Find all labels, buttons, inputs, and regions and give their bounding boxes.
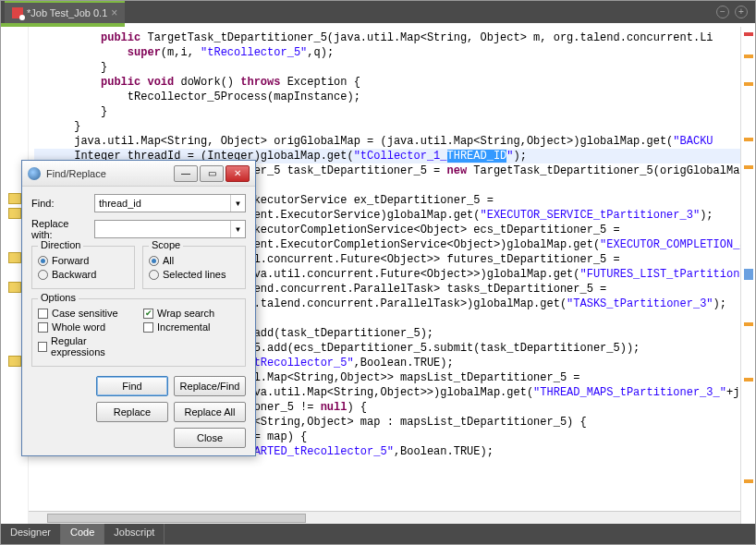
checkbox-icon	[38, 322, 48, 333]
replace-find-button[interactable]: Replace/Find	[174, 376, 246, 396]
find-button[interactable]: Find	[96, 376, 168, 396]
tab-jobscript[interactable]: Jobscript	[104, 524, 165, 544]
warning-marker-icon	[8, 282, 21, 293]
file-tab[interactable]: *Job Test_Job 0.1 ×	[5, 1, 125, 23]
warning-overview-icon	[744, 138, 753, 141]
checkbox-icon	[38, 309, 48, 319]
warning-marker-icon	[8, 193, 21, 204]
tab-designer[interactable]: Designer	[1, 524, 61, 544]
scope-group: Scope All Selected lines	[142, 246, 246, 289]
warning-marker-icon	[8, 252, 21, 263]
checkbox-icon	[38, 342, 47, 352]
options-group: Options Case sensitive Whole word Regula…	[31, 298, 246, 367]
find-input[interactable]	[95, 195, 230, 212]
warning-overview-icon	[744, 479, 753, 483]
warning-overview-icon	[744, 378, 753, 382]
job-icon	[12, 7, 23, 18]
checkbox-icon	[143, 322, 153, 333]
close-dialog-button[interactable]: Close	[174, 428, 246, 448]
horizontal-scrollbar[interactable]	[29, 511, 740, 524]
radio-forward[interactable]: Forward	[38, 255, 128, 266]
replace-label: Replace with:	[31, 218, 89, 240]
replace-input[interactable]	[95, 221, 230, 237]
checkbox-icon: ✔	[143, 309, 153, 319]
radio-backward[interactable]: Backward	[38, 269, 128, 280]
check-case[interactable]: Case sensitive	[38, 308, 134, 319]
maximize-button[interactable]: ▭	[200, 165, 224, 182]
warning-marker-icon	[8, 208, 21, 219]
maximize-icon[interactable]: +	[735, 6, 748, 18]
dialog-title: Find/Replace	[46, 168, 168, 179]
warning-marker-icon	[8, 356, 21, 367]
check-incremental[interactable]: Incremental	[143, 321, 239, 333]
radio-icon	[38, 270, 48, 280]
viewport-overview-icon	[744, 269, 753, 280]
radio-all[interactable]: All	[149, 255, 239, 266]
minimize-icon[interactable]: −	[716, 6, 729, 18]
radio-icon	[149, 256, 159, 266]
replace-combo[interactable]: ▼	[94, 220, 246, 238]
find-replace-dialog: Find/Replace — ▭ ✕ Find: ▼ Replace with:…	[21, 160, 256, 456]
find-combo[interactable]: ▼	[94, 194, 246, 212]
replace-button[interactable]: Replace	[96, 402, 168, 422]
close-icon[interactable]: ×	[111, 6, 117, 19]
error-marker-icon	[744, 32, 753, 36]
tab-code[interactable]: Code	[61, 524, 104, 544]
direction-group: Direction Forward Backward	[31, 246, 135, 289]
tab-title: *Job Test_Job 0.1	[27, 7, 107, 18]
close-button[interactable]: ✕	[226, 165, 250, 182]
replace-all-button[interactable]: Replace All	[174, 402, 246, 422]
radio-icon	[38, 256, 48, 266]
find-icon	[28, 167, 41, 180]
check-whole[interactable]: Whole word	[38, 321, 134, 333]
chevron-down-icon[interactable]: ▼	[230, 221, 245, 237]
dialog-titlebar[interactable]: Find/Replace — ▭ ✕	[22, 161, 255, 187]
editor-tabbar: *Job Test_Job 0.1 × − +	[1, 1, 755, 23]
search-match: THREAD_ID	[447, 150, 507, 163]
check-regex[interactable]: Regular expressions	[38, 335, 134, 357]
minimize-button[interactable]: —	[174, 165, 198, 182]
warning-overview-icon	[744, 54, 753, 58]
radio-selected[interactable]: Selected lines	[149, 269, 239, 280]
warning-overview-icon	[744, 322, 753, 326]
overview-ruler[interactable]	[740, 27, 755, 524]
scrollbar-thumb[interactable]	[47, 514, 306, 523]
check-wrap[interactable]: ✔Wrap search	[143, 308, 239, 319]
radio-icon	[149, 270, 159, 280]
warning-overview-icon	[744, 82, 753, 86]
bottom-tabbar: Designer Code Jobscript	[1, 524, 755, 544]
chevron-down-icon[interactable]: ▼	[230, 195, 245, 212]
warning-overview-icon	[744, 165, 753, 169]
find-label: Find:	[31, 198, 89, 209]
